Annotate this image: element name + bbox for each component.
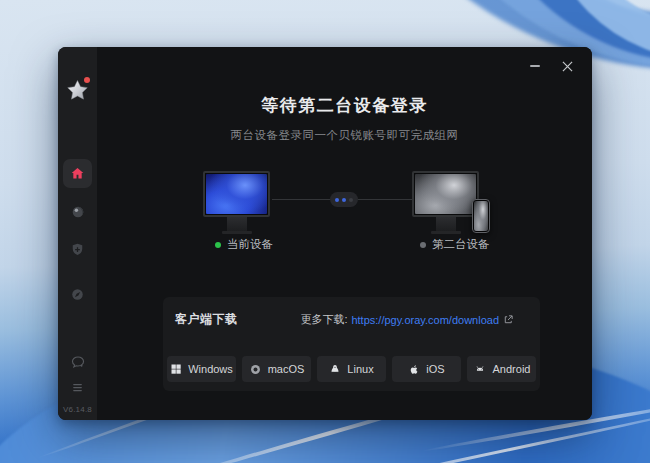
platform-label: macOS <box>268 363 305 375</box>
network-icon <box>70 204 86 220</box>
phone-screen <box>474 201 488 231</box>
menu-icon <box>70 380 85 395</box>
download-android-button[interactable]: Android <box>467 356 536 382</box>
download-linux-button[interactable]: Linux <box>317 356 386 382</box>
download-card: 客户端下载 更多下载: https://pgy.oray.com/downloa… <box>163 297 540 391</box>
second-device-label: 第二台设备 <box>420 237 490 252</box>
more-downloads: 更多下载: https://pgy.oray.com/download <box>300 312 514 327</box>
download-link[interactable]: https://pgy.oray.com/download <box>351 314 499 326</box>
download-header: 客户端下载 更多下载: https://pgy.oray.com/downloa… <box>175 311 514 328</box>
more-downloads-label: 更多下载: <box>300 312 347 327</box>
second-device-text: 第二台设备 <box>432 237 490 252</box>
shield-icon <box>70 242 85 257</box>
close-icon <box>562 61 573 72</box>
chat-icon <box>70 354 86 370</box>
platform-label: Windows <box>188 363 233 375</box>
minimize-icon <box>530 65 540 67</box>
second-device-image <box>412 171 479 217</box>
app-version: V6.14.8 <box>58 405 97 414</box>
current-device-text: 当前设备 <box>227 237 273 252</box>
current-device-image <box>203 171 270 217</box>
platform-label: Linux <box>347 363 373 375</box>
sidebar-item-feedback[interactable] <box>63 347 92 376</box>
download-ios-button[interactable]: iOS <box>392 356 461 382</box>
apple-icon <box>408 363 420 376</box>
monitor-stand <box>227 217 247 231</box>
connection-status-pill <box>330 192 358 207</box>
current-device-label: 当前设备 <box>215 237 273 252</box>
waiting-status-dot <box>420 242 426 248</box>
platform-label: iOS <box>426 363 444 375</box>
second-device-screen <box>415 174 476 214</box>
desktop-wallpaper: V6.14.8 等待第二台设备登录 两台设备登录同一个贝锐账号即可完成组网 <box>0 0 650 463</box>
platform-buttons: Windows macOS Linux <box>167 356 536 382</box>
android-icon <box>473 363 487 375</box>
compass-icon <box>70 287 85 302</box>
loading-dot <box>342 198 346 202</box>
page-title: 等待第二台设备登录 <box>97 94 592 117</box>
linux-icon <box>329 363 341 376</box>
phone-image <box>472 199 490 233</box>
monitor-stand-base <box>222 231 252 234</box>
notification-dot <box>84 77 90 83</box>
windows-icon <box>170 363 182 375</box>
loading-dot <box>335 198 339 202</box>
sidebar-item-discover[interactable] <box>63 280 92 309</box>
current-device-screen <box>206 174 267 214</box>
download-macos-button[interactable]: macOS <box>242 356 311 382</box>
sidebar-item-menu[interactable] <box>63 373 92 402</box>
sidebar-item-network[interactable] <box>63 197 92 226</box>
external-link-icon[interactable] <box>503 314 514 325</box>
online-status-dot <box>215 242 221 248</box>
sidebar: V6.14.8 <box>58 47 97 420</box>
page-subtitle: 两台设备登录同一个贝锐账号即可完成组网 <box>97 128 592 143</box>
close-button[interactable] <box>554 55 580 77</box>
macos-icon <box>249 363 262 376</box>
monitor-stand <box>436 217 456 231</box>
sidebar-item-security[interactable] <box>63 235 92 264</box>
platform-label: Android <box>493 363 531 375</box>
minimize-button[interactable] <box>522 55 548 77</box>
monitor-stand-base <box>431 231 461 234</box>
sidebar-item-home[interactable] <box>63 159 92 188</box>
download-windows-button[interactable]: Windows <box>167 356 236 382</box>
home-icon <box>70 166 85 181</box>
download-title: 客户端下载 <box>175 311 238 328</box>
loading-dot <box>349 198 353 202</box>
main-panel: 等待第二台设备登录 两台设备登录同一个贝锐账号即可完成组网 <box>97 47 592 420</box>
app-window: V6.14.8 等待第二台设备登录 两台设备登录同一个贝锐账号即可完成组网 <box>58 47 592 420</box>
app-logo[interactable] <box>58 77 97 107</box>
